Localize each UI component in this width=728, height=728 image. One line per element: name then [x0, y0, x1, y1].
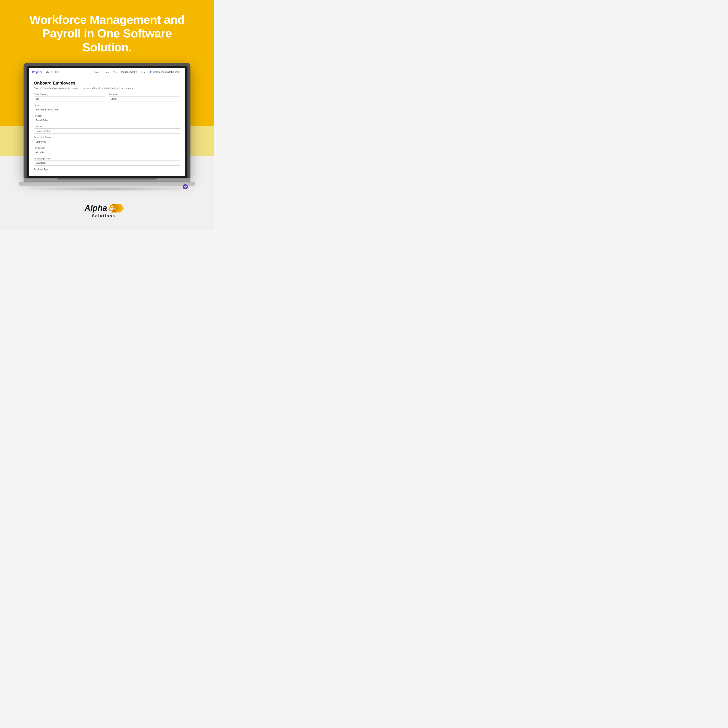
laptop-base: [23, 178, 190, 182]
laptop: myob MYOB HQ ▾ Roster Leave Time: [23, 63, 190, 191]
pay-group-group: Pay Group:: [34, 147, 180, 155]
location-group: Location:: [34, 125, 180, 133]
nav-management[interactable]: Management ▾: [121, 70, 137, 73]
surname-input[interactable]: [109, 96, 180, 101]
main-content: Onboard Employees Enter the details of y…: [29, 76, 185, 176]
svg-text:Alpha: Alpha: [84, 203, 107, 213]
employing-entity-label: Employing Entity:: [34, 158, 180, 160]
bottom-section: Alpha BIZ Solutions: [0, 191, 214, 229]
given-name-group: Given Name(s):: [34, 93, 105, 101]
svg-text:Solutions: Solutions: [92, 214, 115, 218]
nav-help[interactable]: Help: [140, 71, 145, 73]
permission-group-label: Permission Group:: [34, 136, 180, 138]
location-input[interactable]: [34, 128, 180, 133]
laptop-hinge: [57, 178, 157, 179]
alphabiz-logo: Alpha BIZ Solutions: [83, 202, 130, 221]
page-subtitle: Enter the details of your prospective em…: [34, 87, 180, 89]
email-label: Email:: [34, 104, 180, 106]
employee-type-group: Employee Type:: [34, 168, 180, 171]
permission-group-group: Permission Group:: [34, 136, 180, 144]
position-group: Position:: [34, 115, 180, 123]
employee-type-label: Employee Type:: [34, 168, 180, 171]
position-label: Position:: [34, 115, 180, 117]
laptop-bottom: [19, 182, 195, 187]
email-group: Email:: [34, 104, 180, 112]
surname-group: Surname:: [109, 93, 180, 101]
pay-group-input[interactable]: [34, 150, 180, 155]
company-dropdown-icon: ▾: [58, 70, 60, 73]
page-wrapper: Workforce Management and Payroll in One …: [0, 0, 214, 229]
pay-group-label: Pay Group:: [34, 147, 180, 149]
nav-roster[interactable]: Roster: [94, 71, 101, 73]
nav-time[interactable]: Time: [113, 71, 118, 73]
myob-logo-text: myob: [32, 70, 41, 74]
myob-hq[interactable]: MYOB HQ ▾: [44, 70, 60, 73]
nav-links: Roster Leave Time Management ▾ Help 👤 Sh…: [94, 70, 182, 74]
given-name-label: Given Name(s):: [34, 93, 105, 96]
laptop-screen: myob MYOB HQ ▾ Roster Leave Time: [29, 68, 185, 176]
laptop-bezel: myob MYOB HQ ▾ Roster Leave Time: [26, 66, 187, 178]
user-icon: 👤: [149, 70, 152, 73]
laptop-shadow: [23, 187, 190, 191]
employing-entity-group: Employing Entity: MYOB Dev ▾: [34, 158, 180, 166]
surname-label: Surname:: [109, 93, 180, 96]
nav-leave[interactable]: Leave: [104, 71, 110, 73]
nav-logo: myob MYOB HQ ▾: [32, 70, 60, 74]
page-title: Onboard Employees: [34, 81, 180, 86]
email-input[interactable]: [34, 107, 180, 112]
hero-title: Workforce Management and Payroll in One …: [17, 13, 197, 54]
location-label: Location:: [34, 125, 180, 128]
hero-section: Workforce Management and Payroll in One …: [0, 0, 214, 61]
position-input[interactable]: [34, 118, 180, 123]
employing-entity-arrow: ▾: [177, 162, 178, 164]
svg-text:BIZ: BIZ: [109, 203, 122, 213]
user-name: Shameem Daneshmend ▾: [153, 70, 180, 73]
given-name-input[interactable]: [34, 96, 105, 101]
employing-entity-value: MYOB Dev: [36, 162, 47, 164]
nav-bar: myob MYOB HQ ▾ Roster Leave Time: [29, 68, 185, 76]
company-name: MYOB HQ: [46, 70, 58, 73]
nav-user[interactable]: 👤 Shameem Daneshmend ▾: [148, 70, 182, 74]
alphabiz-logo-svg: Alpha BIZ Solutions: [83, 202, 130, 221]
myob-logo: myob: [32, 70, 41, 74]
laptop-outer: myob MYOB HQ ▾ Roster Leave Time: [23, 63, 190, 178]
employing-entity-select[interactable]: MYOB Dev ▾: [34, 161, 180, 166]
onboard-form: Given Name(s): Surname: Email:: [34, 93, 180, 171]
permission-group-input[interactable]: [34, 139, 180, 144]
